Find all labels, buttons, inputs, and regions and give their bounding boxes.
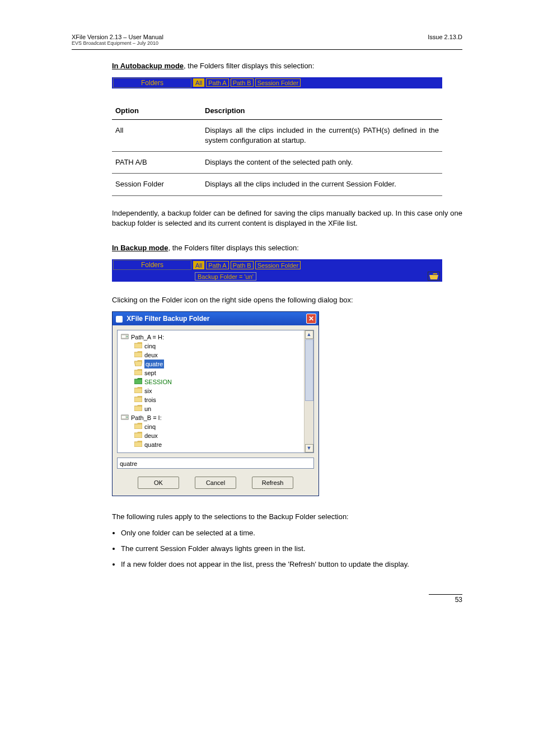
open-folder-icon[interactable] [428,272,440,281]
page-content: In Autobackup mode, the Folders filter d… [112,61,462,570]
dialog-title: XFile Filter Backup Folder [116,315,209,323]
filter-chip-path-a[interactable]: Path A [206,78,228,87]
tree-item-label: trois [144,395,156,404]
tree-drive-item[interactable]: Path_B = I: [119,413,303,422]
backup-folder-explain: Independently, a backup folder can be de… [112,208,462,230]
tree-drive-item[interactable]: Path_A = H: [119,333,303,342]
tree-folder-item[interactable]: trois [119,395,303,404]
folder-icon [134,342,142,351]
folder-icon [134,377,142,386]
scroll-down-icon[interactable]: ▼ [305,444,313,452]
folders-label: Folders [113,78,191,88]
dialog-titlebar: XFile Filter Backup Folder ✕ [113,312,318,325]
opt-all: All [112,119,202,151]
tree-item-label: un [144,404,151,413]
tree-item-label: deux [144,351,158,360]
filter-chip-path-a[interactable]: Path A [206,261,228,269]
backup-mode-rest: , the Folders filter displays this selec… [168,244,298,252]
col-option: Option [112,102,202,120]
tree-item-label: quatre [144,360,164,368]
page-number: 53 [429,594,462,604]
tree-item-label: Path_A = H: [131,333,164,342]
backup-mode-intro: In Backup mode, the Folders filter displ… [112,243,462,254]
drive-icon [121,333,129,342]
tree-folder-item[interactable]: six [119,386,303,395]
folders-filter-bar-backup: Folders All Path A Path B Session Folder [112,259,442,270]
opt-session-folder: Session Folder [112,174,202,195]
dialog-title-text: XFile Filter Backup Folder [127,315,209,323]
folder-tree-wrap: Path_A = H:cinqdeuxquatreseptSESSIONsixt… [117,330,314,453]
dialog-intro: Clicking on the Folder icon on the right… [112,295,462,306]
tree-folder-item[interactable]: SESSION [119,377,303,386]
company-date: EVS Broadcast Equipment – July 2010 [72,40,163,46]
tree-item-label: cinq [144,422,156,431]
folder-icon [134,368,142,377]
rule-item: Only one folder can be selected at a tim… [121,528,462,538]
rules-intro: The following rules apply to the selecti… [112,512,462,522]
tree-folder-item[interactable]: deux [119,431,303,440]
filter-chip-path-b[interactable]: Path B [231,78,254,87]
autobackup-rest: , the Folders filter displays this selec… [184,62,314,70]
svg-point-5 [127,417,128,418]
cancel-button[interactable]: Cancel [195,477,236,489]
filter-chip-path-b[interactable]: Path B [231,261,254,269]
rule-item: The current Session Folder always lights… [121,544,462,554]
tree-item-label: cinq [144,342,156,351]
folder-icon [134,386,142,395]
header-right: Issue 2.13.D [428,34,462,46]
folders-filter-bar-autobackup: Folders All Path A Path B Session Folder [112,77,442,88]
tree-item-label: Path_B = I: [131,413,162,422]
svg-point-2 [127,336,128,337]
tree-folder-item[interactable]: sept [119,368,303,377]
options-table: Option Description All Displays all the … [112,102,442,196]
table-row: All Displays all the clips included in t… [112,119,442,151]
folder-icon [134,395,142,404]
tree-scrollbar[interactable]: ▲ ▼ [304,330,313,452]
table-row: PATH A/B Displays the content of the sel… [112,152,442,174]
backup-folder-line: Backup Folder = 'un' [112,270,442,282]
folder-icon [134,404,142,413]
tree-item-label: deux [144,431,158,440]
tree-folder-item[interactable]: cinq [119,342,303,351]
tree-folder-item[interactable]: quatre [119,440,303,449]
filter-chip-session-folder[interactable]: Session Folder [255,78,301,87]
close-icon[interactable]: ✕ [306,314,316,324]
filter-chip-all[interactable]: All [193,78,204,87]
tree-item-label: six [144,386,152,395]
desc-path-ab: Displays the content of the selected pat… [202,152,442,174]
tree-folder-item[interactable]: deux [119,351,303,360]
selected-folder-input[interactable]: quatre [117,458,314,469]
col-description: Description [202,102,442,120]
drive-icon [121,413,129,422]
refresh-button[interactable]: Refresh [252,477,293,489]
filter-chip-all[interactable]: All [193,261,204,269]
svg-rect-1 [122,335,125,338]
table-row: Session Folder Displays all the clips in… [112,174,442,195]
filter-backup-folder-dialog: XFile Filter Backup Folder ✕ Path_A = H:… [112,311,319,496]
folder-icon [134,440,142,449]
ok-button[interactable]: OK [138,477,179,489]
dialog-buttons: OK Cancel Refresh [113,473,318,496]
tree-item-label: sept [144,368,156,377]
scroll-up-icon[interactable]: ▲ [305,330,313,339]
autobackup-mode-label: In Autobackup mode [112,62,184,70]
folder-icon [134,431,142,440]
tree-folder-item[interactable]: quatre [119,360,303,368]
opt-path-ab: PATH A/B [112,152,202,174]
tree-folder-item[interactable]: cinq [119,422,303,431]
scroll-track[interactable] [305,339,313,444]
tree-folder-item[interactable]: un [119,404,303,413]
header-rule [72,49,462,50]
autobackup-intro: In Autobackup mode, the Folders filter d… [112,61,462,72]
rules-list: Only one folder can be selected at a tim… [121,528,462,570]
folder-icon [134,351,142,360]
folder-tree[interactable]: Path_A = H:cinqdeuxquatreseptSESSIONsixt… [118,330,304,452]
backup-mode-label: In Backup mode [112,244,168,252]
backup-folder-value: Backup Folder = 'un' [195,272,256,281]
tree-item-label: quatre [144,440,162,449]
filter-chip-session-folder[interactable]: Session Folder [255,261,301,269]
scroll-thumb[interactable] [305,339,313,401]
issue-label: Issue 2.13.D [428,34,462,40]
svg-rect-4 [122,416,125,418]
folder-icon [134,422,142,431]
